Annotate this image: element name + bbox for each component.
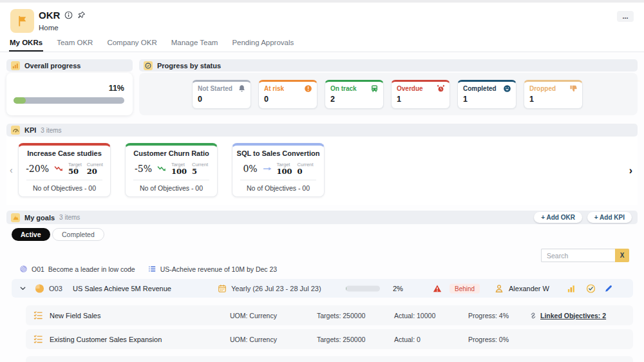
key-result-actual: Actual: 0 [394, 336, 468, 343]
bus-icon [370, 84, 379, 93]
kpi-card-title: Customer Churn Ratio [126, 149, 217, 157]
carousel-prev-icon[interactable]: ‹ [10, 165, 13, 175]
kpi-percent: -5% [135, 164, 152, 174]
flag-icon [16, 15, 28, 27]
my-goals-section-header: My goals 3 items + Add OKR + Add KPI [6, 211, 638, 224]
gauge-icon [11, 126, 20, 135]
status-label: Not Started [198, 85, 232, 92]
tab-my-okrs[interactable]: My OKRs [9, 35, 43, 52]
key-result-row-partial[interactable] [26, 356, 633, 362]
kpi-current-value: 0 [298, 167, 303, 176]
person-icon [495, 284, 504, 293]
check-circle-icon [144, 61, 153, 70]
key-result-row[interactable]: Existing Customer Sales Expansion UOM: C… [26, 329, 633, 349]
key-result-actual: Actual: 10000 [394, 312, 468, 319]
search-clear-button[interactable]: X [615, 249, 629, 262]
tab-manage-team[interactable]: Manage Team [171, 35, 219, 52]
overall-progress-bar-fill [14, 97, 26, 104]
tab-pending-approvals[interactable]: Pending Approvals [231, 35, 294, 52]
breadcrumb-home: Home [39, 24, 59, 32]
kpi-card-title: Increase Case studies [19, 149, 110, 157]
kpi-section-header: KPI 3 items [6, 124, 638, 137]
checklist-icon [33, 310, 43, 320]
kpi-current-value: 20 [87, 167, 97, 176]
okr-row[interactable]: O03 US Sales Achieve 5M Revenue Yearly (… [12, 279, 633, 298]
carousel-next-icon[interactable]: › [629, 165, 632, 176]
okr-title[interactable]: US Sales Achieve 5M Revenue [73, 285, 171, 292]
linked-objectives[interactable]: Linked Objectives: 2 [529, 312, 606, 319]
mountain-icon [11, 213, 20, 222]
parent-goal-label[interactable]: Become a leader in low code [48, 265, 135, 273]
app-header: OKR Home ... [0, 3, 644, 35]
status-card-overdue[interactable]: Overdue 1 [391, 80, 450, 109]
status-count: 2 [330, 95, 379, 104]
status-label: Completed [463, 85, 497, 92]
status-label: At risk [264, 85, 284, 92]
kpi-target-value: 100 [277, 167, 292, 176]
kpi-objectives-count: No of Objectives - 00 [19, 184, 110, 192]
trend-down-icon [54, 165, 63, 173]
main-tabbar: My OKRs Team OKR Company OKR Manage Team… [0, 35, 644, 52]
okr-progress-bar-fill [346, 285, 346, 291]
progress-by-status-panel: Progress by status Not Started 0 At risk [139, 59, 638, 115]
kpi-target-value: 100 [171, 167, 187, 176]
info-icon[interactable] [64, 11, 73, 19]
linked-objectives-label[interactable]: Linked Objectives: 2 [540, 312, 606, 319]
status-card-at-risk[interactable]: At risk 0 [258, 80, 317, 109]
bell-icon [238, 84, 246, 93]
key-result-uom: UOM: Currency [230, 336, 317, 343]
key-result-targets: Targets: 250000 [317, 312, 394, 319]
filter-active-pill[interactable]: Active [12, 228, 50, 241]
search-input[interactable] [542, 250, 615, 262]
key-result-title: New Field Sales [50, 312, 230, 319]
status-label: On track [330, 85, 357, 92]
tab-team-okr[interactable]: Team OKR [56, 35, 93, 52]
pin-icon[interactable] [77, 11, 86, 19]
status-card-not-started[interactable]: Not Started 0 [192, 80, 251, 109]
calendar-icon [218, 284, 227, 293]
check-circle-action-icon[interactable] [586, 283, 596, 293]
okr-owner[interactable]: Alexander W [509, 285, 549, 292]
link-icon [529, 312, 537, 319]
kpi-target-value: 50 [68, 167, 79, 176]
progress-by-status-header: Progress by status [139, 59, 638, 71]
my-goals-items-count: 3 items [59, 214, 80, 221]
kpi-carousel: ‹ Increase Case studies -20% Target 50 C… [6, 137, 638, 205]
overall-progress-panel: Overall progress 11% [6, 59, 133, 115]
key-result-row[interactable]: New Field Sales UOM: Currency Targets: 2… [26, 305, 633, 325]
okr-period: Yearly (26 Jul 23 - 28 Jul 23) [231, 285, 321, 292]
status-count: 0 [198, 95, 246, 104]
smiley-icon [503, 84, 511, 93]
app-logo [10, 9, 34, 33]
filter-completed-pill[interactable]: Completed [52, 228, 104, 241]
trend-down-icon [157, 165, 166, 173]
chevron-down-icon[interactable] [19, 285, 26, 292]
trend-flat-icon [263, 165, 272, 173]
status-card-dropped[interactable]: Dropped 1 [524, 80, 583, 109]
alarm-clock-icon [437, 84, 445, 93]
key-result-targets: Targets: 250000 [317, 336, 394, 343]
overall-progress-percent: 11% [109, 84, 124, 93]
kpi-items-count: 3 items [41, 127, 61, 134]
status-label: Overdue [397, 85, 423, 92]
kpi-card-sql-to-sales-convertion[interactable]: SQL to Sales Convertion 0% Target 100 Cu… [232, 143, 325, 197]
kpi-card-increase-case-studies[interactable]: Increase Case studies -20% Target 50 Cur… [18, 143, 111, 197]
chart-action-icon[interactable] [567, 283, 576, 293]
add-kpi-button[interactable]: + Add KPI [587, 212, 632, 223]
kpi-percent: 0% [243, 164, 257, 174]
parent-goal-id[interactable]: O01 [32, 265, 44, 273]
key-result-progress: Progress: 0% [468, 336, 529, 343]
parent-kr-label[interactable]: US-Acheive revenue of 10M by Dec 23 [160, 265, 278, 273]
kpi-card-customer-churn-ratio[interactable]: Customer Churn Ratio -5% Target 100 Curr… [125, 143, 218, 197]
tab-company-okr[interactable]: Company OKR [106, 35, 157, 52]
status-label: Dropped [529, 85, 556, 92]
okr-progress-percent: 2% [393, 285, 403, 292]
status-card-on-track[interactable]: On track 2 [325, 80, 384, 109]
edit-pencil-icon[interactable] [604, 284, 613, 293]
key-result-title: Existing Customer Sales Expansion [50, 336, 230, 343]
kpi-title: KPI [24, 126, 36, 134]
add-okr-button[interactable]: + Add OKR [534, 212, 582, 223]
status-card-completed[interactable]: Completed 1 [457, 80, 516, 109]
more-options-button[interactable]: ... [617, 11, 634, 22]
overall-progress-title: Overall progress [24, 62, 80, 70]
